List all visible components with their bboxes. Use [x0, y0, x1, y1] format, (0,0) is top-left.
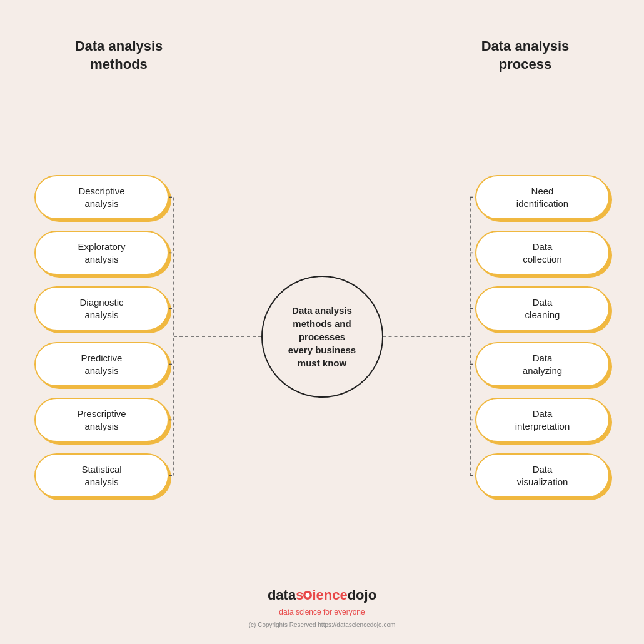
footer: datasiencedojo data science for everyone…: [249, 587, 396, 644]
logo-data: data: [268, 587, 296, 603]
right-pill-3: Datacleaning: [475, 286, 610, 331]
center-circle: Data analysismethods andprocessesevery b…: [261, 276, 383, 398]
left-pill-1: Descriptiveanalysis: [34, 175, 169, 219]
right-header: Data analysisprocess: [456, 38, 594, 73]
right-pill-6: Datavisualization: [475, 453, 610, 498]
left-pill-6: Statisticalanalysis: [34, 453, 169, 498]
right-pill-1: Needidentification: [475, 175, 610, 219]
logo-sci: s: [296, 587, 303, 603]
left-pill-5: Prescriptiveanalysis: [34, 398, 169, 442]
main-container: Data analysismethods Data analysisproces…: [0, 0, 644, 644]
logo-circle: [303, 587, 312, 603]
left-column: Descriptiveanalysis Exploratoryanalysis …: [34, 175, 169, 498]
svg-point-17: [306, 593, 310, 598]
logo-ience: ience: [312, 587, 347, 603]
left-pill-2: Exploratoryanalysis: [34, 231, 169, 275]
footer-tagline: data science for everyone: [271, 606, 372, 618]
footer-copyright: (c) Copyrights Reserved https://datascie…: [249, 621, 396, 628]
right-pill-5: Datainterpretation: [475, 398, 610, 442]
right-column: Needidentification Datacollection Datacl…: [475, 175, 610, 498]
left-pill-3: Diagnosticanalysis: [34, 286, 169, 331]
content-area: Descriptiveanalysis Exploratoryanalysis …: [0, 86, 644, 587]
left-pill-4: Predictiveanalysis: [34, 342, 169, 386]
left-header: Data analysismethods: [50, 38, 188, 73]
footer-logo: datasiencedojo: [249, 587, 396, 603]
headers: Data analysismethods Data analysisproces…: [0, 0, 644, 86]
right-pill-2: Datacollection: [475, 231, 610, 275]
logo-dojo: dojo: [348, 587, 376, 603]
right-pill-4: Dataanalyzing: [475, 342, 610, 386]
